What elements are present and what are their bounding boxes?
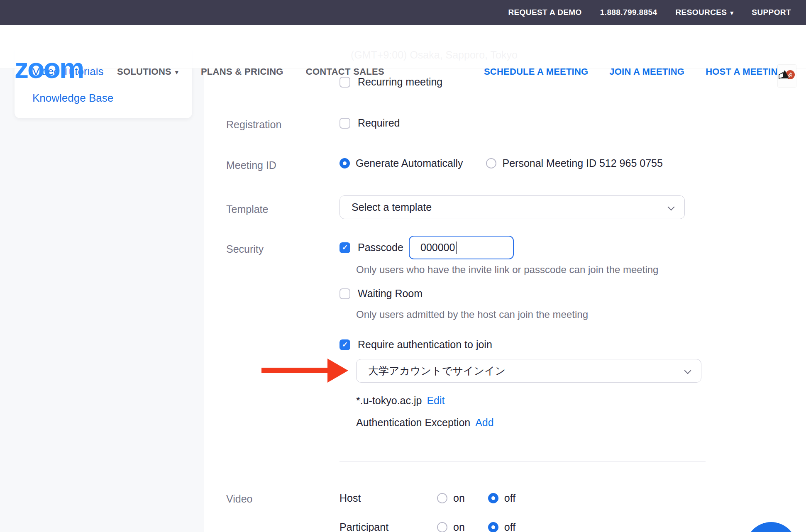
registration-required-row: Required	[339, 117, 400, 129]
host-video-off-label: off	[504, 492, 515, 504]
template-select[interactable]: Select a template	[339, 195, 685, 219]
require-auth-checkbox[interactable]: ✓	[339, 339, 350, 350]
passcode-value: 000000	[420, 242, 455, 254]
support-link[interactable]: SUPPORT	[752, 8, 791, 17]
resources-menu[interactable]: RESOURCES ▾	[675, 8, 733, 17]
security-label: Security	[226, 243, 264, 255]
meeting-id-label: Meeting ID	[226, 159, 276, 171]
check-icon: ✓	[342, 340, 348, 349]
request-demo-link[interactable]: REQUEST A DEMO	[508, 8, 581, 17]
text-cursor	[456, 242, 457, 254]
host-video-on-radio[interactable]	[437, 493, 447, 503]
chevron-down-icon	[684, 367, 691, 374]
participant-video-off-radio[interactable]	[488, 522, 498, 532]
waiting-room-helper-text: Only users admitted by the host can join…	[356, 309, 588, 320]
template-label: Template	[226, 203, 268, 215]
personal-meeting-id-label: Personal Meeting ID 512 965 0755	[502, 157, 662, 169]
participant-video-on-radio[interactable]	[437, 522, 447, 532]
registration-label: Registration	[226, 119, 281, 131]
auth-method-select-value: 大学アカウントでサインイン	[368, 364, 506, 378]
resources-label: RESOURCES	[675, 8, 727, 17]
nav-join-meeting[interactable]: JOIN A MEETING	[609, 66, 684, 77]
video-host-row: Host on off	[339, 492, 515, 504]
edit-domain-link[interactable]: Edit	[427, 395, 445, 407]
chevron-down-icon	[668, 204, 675, 211]
generate-automatically-radio[interactable]	[339, 158, 350, 168]
nav-plans-pricing[interactable]: PLANS & PRICING	[201, 66, 283, 77]
require-auth-row: ✓ Require authentication to join	[339, 339, 492, 351]
participant-video-off-label: off	[504, 521, 515, 532]
auth-domain-row: *.u-tokyo.ac.jp Edit	[356, 395, 445, 407]
host-video-on-label: on	[453, 492, 465, 504]
check-icon: ✓	[342, 243, 348, 252]
participant-label: Participant	[339, 521, 437, 532]
require-auth-label: Require authentication to join	[358, 339, 492, 351]
auth-method-select[interactable]: 大学アカウントでサインイン	[356, 359, 701, 383]
add-exception-link[interactable]: Add	[475, 417, 493, 429]
solutions-label: SOLUTIONS	[117, 66, 171, 77]
nav-solutions[interactable]: SOLUTIONS ▾	[117, 66, 178, 77]
passcode-helper-text: Only users who have the invite link or p…	[356, 264, 658, 276]
auth-exception-row: Authentication Exception Add	[356, 417, 494, 429]
auth-domain-value: *.u-tokyo.ac.jp	[356, 395, 422, 407]
help-floating-button[interactable]	[745, 522, 797, 532]
nav-right-menu: SCHEDULE A MEETING JOIN A MEETING HOST A…	[484, 66, 792, 77]
zoom-logo[interactable]: zoom	[15, 54, 83, 82]
caret-down-icon: ▾	[730, 9, 733, 17]
host-meeting-label: HOST A MEETING	[706, 66, 785, 77]
zoom-schedule-meeting-page: Video Tutorials Knowledge Base (GMT+9:00…	[0, 0, 806, 532]
passcode-checkbox[interactable]: ✓	[339, 242, 350, 253]
auth-exception-label: Authentication Exception	[356, 417, 470, 429]
participant-video-on-label: on	[453, 521, 465, 532]
video-participant-row: Participant on off	[339, 521, 515, 532]
nav-contact-sales[interactable]: CONTACT SALES	[306, 66, 384, 77]
waiting-room-checkbox[interactable]	[339, 288, 350, 299]
passcode-input[interactable]: 000000	[409, 236, 514, 259]
main-navbar: zoom SOLUTIONS ▾ PLANS & PRICING CONTACT…	[0, 25, 806, 68]
recurring-meeting-label: Recurring meeting	[358, 76, 442, 88]
personal-meeting-id-radio[interactable]	[486, 158, 496, 168]
waiting-room-label: Waiting Room	[358, 288, 423, 300]
meeting-id-row: Generate Automatically Personal Meeting …	[339, 157, 663, 169]
host-video-off-radio[interactable]	[488, 493, 498, 503]
waiting-room-row: Waiting Room	[339, 288, 423, 300]
phone-number[interactable]: 1.888.799.8854	[600, 8, 657, 17]
annotation-arrow-icon	[327, 359, 348, 383]
annotation-arrow-shaft	[261, 368, 328, 373]
utility-topbar: REQUEST A DEMO 1.888.799.8854 RESOURCES …	[0, 0, 806, 25]
passcode-label: Passcode	[358, 242, 403, 254]
nav-schedule-meeting[interactable]: SCHEDULE A MEETING	[484, 66, 588, 77]
video-label: Video	[226, 493, 253, 505]
recurring-meeting-checkbox[interactable]	[339, 77, 350, 88]
host-label: Host	[339, 492, 437, 504]
passcode-row: ✓ Passcode	[339, 242, 403, 254]
nav-left-menu: SOLUTIONS ▾ PLANS & PRICING CONTACT SALE…	[117, 66, 384, 77]
section-divider	[339, 461, 706, 462]
registration-required-label: Required	[358, 117, 400, 129]
template-select-value: Select a template	[352, 201, 432, 213]
recurring-meeting-row: Recurring meeting	[339, 76, 442, 88]
sidebar-link-knowledge-base[interactable]: Knowledge Base	[32, 92, 113, 105]
generate-automatically-label: Generate Automatically	[356, 157, 463, 169]
registration-required-checkbox[interactable]	[339, 118, 350, 129]
profile-avatar[interactable]	[778, 65, 796, 87]
mountain-avatar-image	[778, 65, 796, 87]
caret-down-icon: ▾	[175, 68, 178, 76]
